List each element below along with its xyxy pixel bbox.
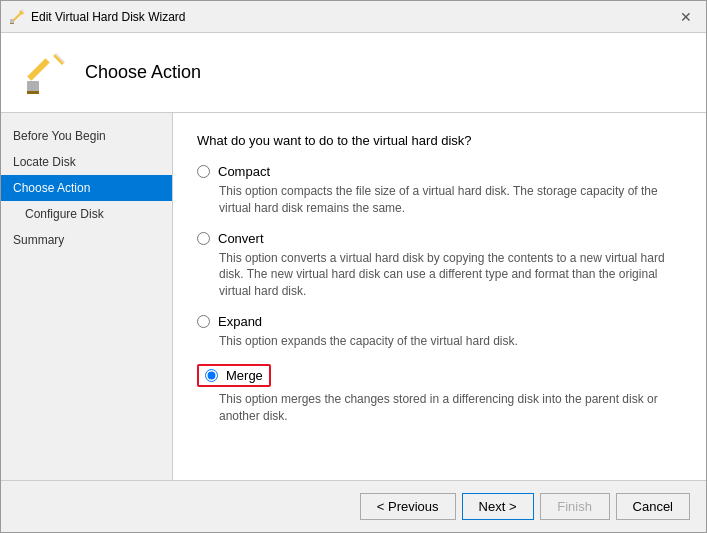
option-compact-row: Compact (197, 164, 682, 179)
wizard-window: Edit Virtual Hard Disk Wizard ✕ Choose A… (0, 0, 707, 533)
option-compact: Compact This option compacts the file si… (197, 164, 682, 217)
main-content: What do you want to do to the virtual ha… (173, 113, 706, 480)
label-compact[interactable]: Compact (218, 164, 270, 179)
radio-merge[interactable] (205, 369, 218, 382)
option-merge: Merge This option merges the changes sto… (197, 364, 682, 425)
next-button[interactable]: Next > (462, 493, 534, 520)
sidebar-item-locate-disk[interactable]: Locate Disk (1, 149, 172, 175)
label-merge[interactable]: Merge (226, 368, 263, 383)
sidebar-item-configure-disk[interactable]: Configure Disk (1, 201, 172, 227)
wizard-footer: < Previous Next > Finish Cancel (1, 480, 706, 532)
question-text: What do you want to do to the virtual ha… (197, 133, 682, 148)
title-bar-left: Edit Virtual Hard Disk Wizard (9, 9, 186, 25)
close-button[interactable]: ✕ (674, 5, 698, 29)
option-convert: Convert This option converts a virtual h… (197, 231, 682, 300)
content-area: Before You Begin Locate Disk Choose Acti… (1, 113, 706, 480)
svg-rect-9 (27, 91, 39, 94)
desc-expand: This option expands the capacity of the … (219, 333, 682, 350)
desc-convert: This option converts a virtual hard disk… (219, 250, 682, 300)
option-expand: Expand This option expands the capacity … (197, 314, 682, 350)
sidebar-item-choose-action[interactable]: Choose Action (1, 175, 172, 201)
label-expand[interactable]: Expand (218, 314, 262, 329)
desc-merge: This option merges the changes stored in… (219, 391, 682, 425)
label-convert[interactable]: Convert (218, 231, 264, 246)
header-title: Choose Action (85, 62, 201, 83)
sidebar: Before You Begin Locate Disk Choose Acti… (1, 113, 173, 480)
svg-rect-1 (13, 12, 21, 20)
window-title: Edit Virtual Hard Disk Wizard (31, 10, 186, 24)
svg-rect-6 (27, 58, 50, 81)
previous-button[interactable]: < Previous (360, 493, 456, 520)
radio-compact[interactable] (197, 165, 210, 178)
option-convert-row: Convert (197, 231, 682, 246)
finish-button[interactable]: Finish (540, 493, 610, 520)
sidebar-item-before-you-begin[interactable]: Before You Begin (1, 123, 172, 149)
cancel-button[interactable]: Cancel (616, 493, 690, 520)
svg-rect-4 (10, 23, 14, 24)
pencil-icon (21, 49, 69, 97)
radio-convert[interactable] (197, 232, 210, 245)
option-expand-row: Expand (197, 314, 682, 329)
title-bar: Edit Virtual Hard Disk Wizard ✕ (1, 1, 706, 33)
header-icon (21, 49, 69, 97)
desc-compact: This option compacts the file size of a … (219, 183, 682, 217)
merge-highlight: Merge (197, 364, 271, 387)
wizard-title-icon (9, 9, 25, 25)
radio-expand[interactable] (197, 315, 210, 328)
sidebar-item-summary[interactable]: Summary (1, 227, 172, 253)
wizard-header: Choose Action (1, 33, 706, 113)
option-merge-row: Merge (197, 364, 682, 387)
